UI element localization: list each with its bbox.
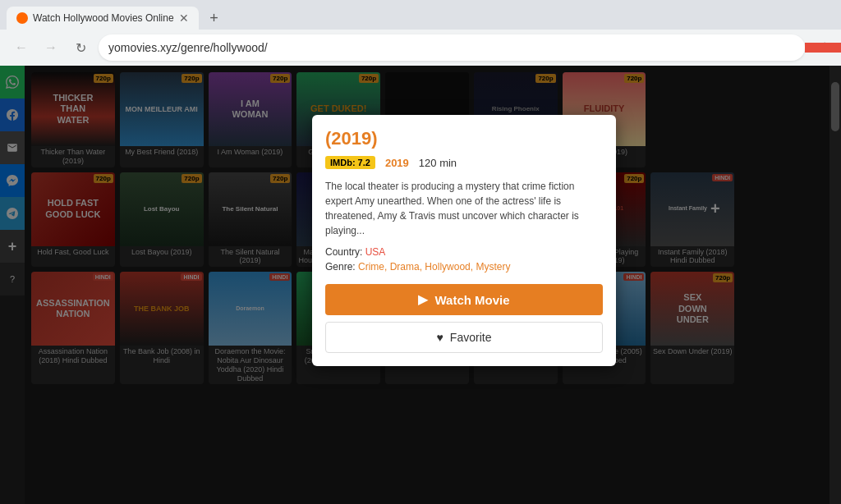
back-button[interactable]: ←: [10, 36, 33, 59]
movie-popup: (2019) IMDb: 7.2 2019 120 min The local …: [312, 115, 616, 366]
address-bar-wrapper: [99, 34, 805, 61]
popup-duration: 120 min: [419, 157, 457, 169]
imdb-badge: IMDb: 7.2: [325, 156, 375, 169]
browser-chrome: Watch Hollywood Movies Online ✕ + ← → ↻ …: [0, 0, 841, 66]
favorite-btn-label: Favorite: [450, 331, 492, 344]
heart-icon: ♥: [437, 331, 443, 344]
popup-meta: IMDb: 7.2 2019 120 min: [325, 156, 603, 169]
red-arrow-indicator: [805, 31, 841, 64]
page-content: + ? THICKERTHANWATER 720p Thicker Than W…: [0, 66, 841, 504]
genre-label: Genre:: [325, 261, 358, 273]
tab-close-button[interactable]: ✕: [179, 11, 189, 25]
active-tab[interactable]: Watch Hollywood Movies Online ✕: [7, 7, 199, 30]
watch-btn-label: Watch Movie: [434, 293, 509, 307]
play-icon: ▶: [418, 292, 428, 307]
address-bar[interactable]: [108, 41, 795, 54]
svg-marker-0: [805, 34, 841, 61]
popup-genre: Genre: Crime, Drama, Hollywood, Mystery: [325, 261, 603, 273]
genre-values[interactable]: Crime, Drama, Hollywood, Mystery: [358, 261, 510, 273]
country-label: Country:: [325, 246, 365, 258]
tab-title: Watch Hollywood Movies Online: [33, 12, 174, 24]
refresh-button[interactable]: ↻: [69, 36, 92, 59]
popup-country: Country: USA: [325, 246, 603, 258]
tab-bar: Watch Hollywood Movies Online ✕ +: [0, 0, 841, 30]
new-tab-button[interactable]: +: [204, 7, 225, 29]
popup-year: (2019): [325, 128, 603, 149]
nav-bar: ← → ↻ ☆: [0, 30, 841, 66]
popup-description: The local theater is producing a mystery…: [325, 179, 603, 238]
watch-movie-button[interactable]: ▶ Watch Movie: [325, 284, 603, 315]
forward-button[interactable]: →: [39, 36, 62, 59]
country-value[interactable]: USA: [365, 246, 386, 258]
popup-year-value: 2019: [385, 157, 409, 169]
tab-favicon: [16, 12, 28, 24]
favorite-button[interactable]: ♥ Favorite: [325, 322, 603, 353]
